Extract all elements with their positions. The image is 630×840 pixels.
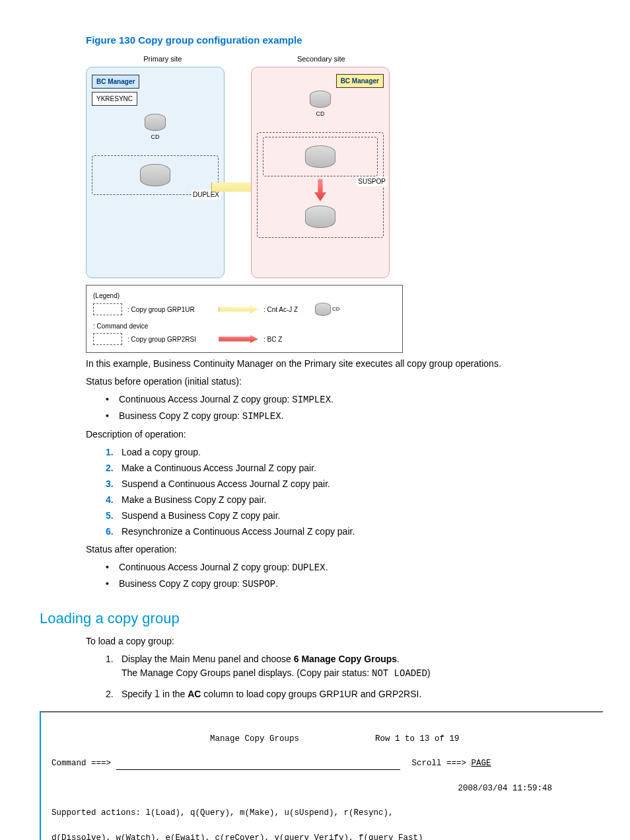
legend-grp2-label: : Copy group GRP2RSI [127, 334, 213, 344]
secondary-site-box: BC Manager CD SUSPOP [251, 67, 390, 278]
figure-title: Figure 130 Copy group configuration exam… [86, 33, 604, 48]
text: column to load copy groups GRP1UR and GR… [201, 689, 421, 699]
cylinder-icon [145, 114, 166, 131]
legend-grp1-label: : Copy group GRP1UR [127, 305, 213, 315]
paragraph: Status after operation: [86, 543, 604, 556]
text: in the [160, 689, 188, 699]
bold-text: AC [188, 689, 201, 699]
cd-label: CD [257, 110, 384, 119]
command-prompt-label: Command ===> [52, 757, 116, 770]
list-item: Load a copy group. [106, 445, 604, 459]
list-item: Business Copy Z copy group: SUSPOP. [106, 577, 604, 592]
paragraph: Status before operation (initial status)… [86, 375, 604, 389]
legend-bcz-label: : BC Z [263, 334, 282, 344]
legend-cd-label: CD [332, 305, 340, 313]
list-item: Resynchronize a Continuous Access Journa… [106, 525, 604, 539]
primary-site-label: Primary site [143, 54, 182, 65]
legend-dashed-icon [93, 333, 122, 345]
text: Business Copy Z copy group: [119, 410, 242, 421]
paragraph: In this example, Business Continuity Man… [86, 357, 604, 371]
terminal-panel: Manage Copy Groups Row 1 to 13 of 19 Com… [40, 711, 604, 840]
list-item: Make a Continuous Access Journal Z copy … [106, 461, 604, 475]
secondary-outer-group-box: SUSPOP [257, 132, 384, 238]
secondary-site-label: Secondary site [297, 54, 345, 65]
cylinder-pair-icon [305, 206, 335, 228]
primary-site-box: BC Manager YKRESYNC CD DUPLEX [86, 67, 225, 278]
numbered-list: Load a copy group. Make a Continuous Acc… [106, 445, 604, 539]
cylinder-icon [310, 91, 331, 108]
code-text: l [155, 689, 160, 700]
paragraph: To load a copy group: [86, 634, 604, 648]
list-item: Business Copy Z copy group: SIMPLEX. [106, 409, 604, 424]
list-item: Display the Main Menu panel and choose 6… [106, 652, 604, 681]
text: Display the Main Menu panel and choose [122, 654, 294, 664]
suspop-label: SUSPOP [357, 176, 387, 186]
secondary-inner-group-box [263, 137, 378, 176]
bc-manager-primary: BC Manager [92, 75, 139, 89]
scroll-label: Scroll ===> [412, 757, 472, 770]
cylinder-pair-icon [140, 164, 170, 186]
command-input[interactable] [116, 757, 400, 770]
list-item: Continuous Access Journal Z copy group: … [106, 393, 604, 407]
code-text: SIMPLEX [242, 411, 281, 422]
cylinder-pair-icon [305, 145, 335, 168]
figure-diagram: Primary site Secondary site BC Manager Y… [86, 54, 403, 354]
ykresync-box: YKRESYNC [92, 92, 137, 106]
legend-title: (Legend) [93, 291, 396, 301]
text: Continuous Access Journal Z copy group: [119, 562, 292, 572]
code-text: DUPLEX [292, 562, 325, 573]
terminal-supported-line2: d(Dissolve), w(Watch), e(Ewait), c(reCov… [52, 832, 592, 840]
list-item: Suspend a Continuous Access Journal Z co… [106, 477, 604, 491]
text: . [326, 562, 328, 572]
paragraph: Description of operation: [86, 428, 604, 441]
legend-red-arrow-icon [219, 335, 258, 343]
bullet-list: Continuous Access Journal Z copy group: … [106, 393, 604, 424]
list-item: Specify l in the AC column to load copy … [106, 687, 604, 702]
text: . [281, 410, 284, 421]
terminal-timestamp: 2008/03/04 11:59:48 [458, 784, 552, 793]
text: Continuous Access Journal Z copy group: [119, 394, 292, 404]
text: ) [427, 668, 431, 678]
legend-cylinder-icon [315, 303, 331, 316]
code-text: SIMPLEX [292, 395, 331, 405]
text: The Manage Copy Groups panel displays. (… [122, 668, 372, 678]
procedure-list: Display the Main Menu panel and choose 6… [106, 652, 604, 702]
cd-label: CD [92, 133, 219, 142]
section-heading: Loading a copy group [40, 607, 604, 629]
bullet-list: Continuous Access Journal Z copy group: … [106, 560, 604, 592]
text: Business Copy Z copy group: [119, 578, 242, 589]
bc-manager-secondary: BC Manager [336, 74, 384, 88]
text: Specify [122, 689, 155, 699]
primary-copy-group-box: DUPLEX [92, 155, 219, 195]
legend-cmddev-label: : Command device [93, 321, 148, 331]
red-arrow-icon [314, 179, 326, 202]
text: . [331, 394, 333, 404]
legend-cnt-label: : Cnt Ac-J Z [263, 305, 310, 315]
legend-yellow-arrow-icon [219, 305, 258, 313]
terminal-row-info: Row 1 to 13 of 19 [375, 733, 460, 745]
code-text: NOT LOADED [372, 668, 427, 679]
terminal-supported-line1: Supported actions: l(Load), q(Query), m(… [52, 807, 592, 820]
list-item: Make a Business Copy Z copy pair. [106, 493, 604, 507]
bold-text: 6 Manage Copy Groups [294, 654, 397, 664]
legend-box: (Legend) : Copy group GRP1UR : Cnt Ac-J … [86, 285, 403, 353]
list-item: Suspend a Business Copy Z copy pair. [106, 509, 604, 523]
list-item: Continuous Access Journal Z copy group: … [106, 560, 604, 575]
scroll-value[interactable]: PAGE [472, 757, 491, 770]
text: . [275, 578, 278, 589]
legend-dashed-icon [93, 303, 122, 315]
text: . [397, 654, 400, 664]
code-text: SUSPOP [242, 579, 275, 590]
terminal-title: Manage Copy Groups [210, 733, 375, 745]
